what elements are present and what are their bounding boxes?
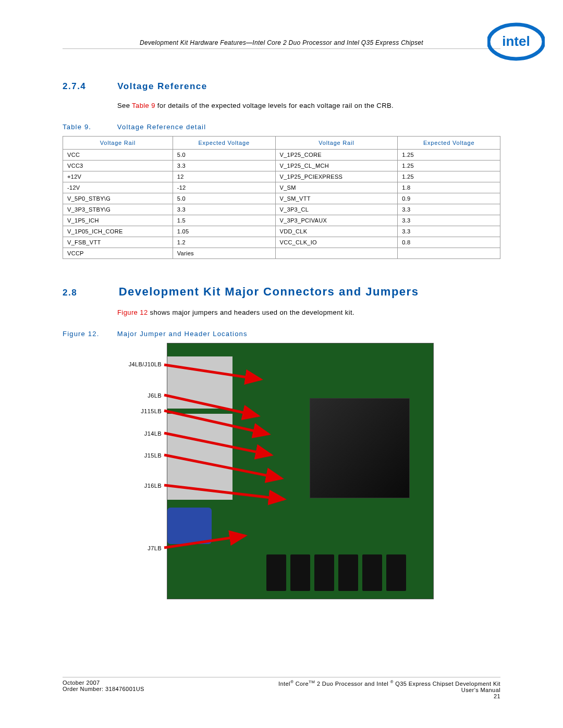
table-cell: 0.9 [398, 193, 500, 204]
table-cell: VCC [63, 150, 173, 161]
table-cell: VCC3 [63, 161, 173, 171]
jumper-label: J14LB [107, 430, 162, 437]
jumper-label: J7LB [107, 545, 162, 551]
sata-port [338, 554, 358, 591]
table-cell: V_3P3_CL [275, 204, 398, 215]
table-row: V_FSB_VTT1.2VCC_CLK_IO0.8 [63, 237, 500, 248]
sata-port [266, 554, 286, 591]
table-cell: V_1P5_ICH [63, 215, 173, 226]
table-cell: 1.05 [173, 226, 275, 237]
table-row: VCC33.3V_1P25_CL_MCH1.25 [63, 161, 500, 171]
table-cell: 1.25 [398, 171, 500, 182]
table-cell: 1.25 [398, 161, 500, 171]
table-cell: VCCP [63, 248, 173, 259]
table-cell: VDD_CLK [275, 226, 398, 237]
footer-page-number: 21 [278, 693, 500, 699]
jumper-label: J6LB [107, 392, 162, 399]
table-cell: 5.0 [173, 193, 275, 204]
intel-logo: intel [487, 21, 545, 63]
table-cell: 5.0 [173, 150, 275, 161]
table-cell: V_3P3_PCIVAUX [275, 215, 398, 226]
jumper-label: J115LB [107, 408, 162, 414]
jumper-label: J4LB/J10LB [107, 361, 162, 367]
section-title: Development Kit Major Connectors and Jum… [119, 285, 419, 298]
section-number: 2.7.4 [63, 81, 115, 92]
table-header: Expected Voltage [173, 137, 275, 150]
table-cell: 3.3 [398, 204, 500, 215]
table-row: +12V12V_1P25_PCIEXPRESS1.25 [63, 171, 500, 182]
table-cell: V_1P25_CORE [275, 150, 398, 161]
sata-port [290, 554, 310, 591]
section-274-text: See Table 9 for details of the expected … [117, 101, 500, 110]
figure-12-link[interactable]: Figure 12 [117, 309, 148, 316]
table-cell: 3.3 [173, 161, 275, 171]
table-cell: V_3P3_STBY\G [63, 204, 173, 215]
table-cell [275, 248, 398, 259]
table-row: V_1P05_ICH_CORE1.05VDD_CLK3.3 [63, 226, 500, 237]
sata-port [314, 554, 334, 591]
voltage-reference-table: Voltage RailExpected VoltageVoltage Rail… [63, 136, 500, 259]
table-cell: 3.3 [398, 226, 500, 237]
table-cell: V_1P05_ICH_CORE [63, 226, 173, 237]
table-9-link[interactable]: Table 9 [132, 102, 155, 109]
page-footer: October 2007 Order Number: 318476001US I… [63, 677, 500, 699]
table-row: VCCPVaries [63, 248, 500, 259]
table-cell: V_1P25_PCIEXPRESS [275, 171, 398, 182]
table-cell: V_1P25_CL_MCH [275, 161, 398, 171]
section-title: Voltage Reference [117, 81, 207, 91]
table-9-caption: Table 9. Voltage Reference detail [63, 123, 500, 131]
table-cell: V_SM_VTT [275, 193, 398, 204]
sata-port [386, 554, 406, 591]
table-header: Voltage Rail [275, 137, 398, 150]
table-cell: 1.2 [173, 237, 275, 248]
table-row: V_1P5_ICH1.5V_3P3_PCIVAUX3.3 [63, 215, 500, 226]
table-cell: -12 [173, 182, 275, 193]
footer-date: October 2007 [63, 680, 144, 686]
footer-doc-type: User's Manual [278, 687, 500, 693]
section-28-text: Figure 12 shows major jumpers and header… [117, 308, 500, 317]
footer-product: Intel® CoreTM 2 Duo Processor and Intel … [278, 680, 500, 687]
table-cell: V_5P0_STBY\G [63, 193, 173, 204]
svg-text:intel: intel [502, 33, 530, 49]
jumper-label: J15LB [107, 452, 162, 459]
table-cell: V_FSB_VTT [63, 237, 173, 248]
chipset-die [310, 398, 410, 498]
table-header: Expected Voltage [398, 137, 500, 150]
section-number: 2.8 [63, 288, 115, 298]
pcb-board [167, 343, 434, 599]
running-header: Development Kit Hardware Features—Intel … [63, 39, 500, 49]
footer-order-number: Order Number: 318476001US [63, 686, 144, 692]
table-row: V_5P0_STBY\G5.0V_SM_VTT0.9 [63, 193, 500, 204]
table-cell: 1.25 [398, 150, 500, 161]
io-shield-block [167, 414, 232, 500]
table-row: V_3P3_STBY\G3.3V_3P3_CL3.3 [63, 204, 500, 215]
table-cell [398, 248, 500, 259]
table-row: VCC5.0V_1P25_CORE1.25 [63, 150, 500, 161]
table-cell: 1.5 [173, 215, 275, 226]
table-cell: V_SM [275, 182, 398, 193]
jumper-label: J16LB [107, 483, 162, 489]
table-cell: -12V [63, 182, 173, 193]
io-shield-block [167, 356, 232, 409]
table-cell: 12 [173, 171, 275, 182]
table-cell: 1.8 [398, 182, 500, 193]
table-row: -12V-12V_SM1.8 [63, 182, 500, 193]
table-cell: +12V [63, 171, 173, 182]
table-cell: 0.8 [398, 237, 500, 248]
sata-port [362, 554, 382, 591]
table-cell: 3.3 [173, 204, 275, 215]
vga-connector [167, 508, 212, 544]
figure-12-caption: Figure 12. Major Jumper and Header Locat… [63, 330, 500, 338]
table-header: Voltage Rail [63, 137, 173, 150]
table-cell: VCC_CLK_IO [275, 237, 398, 248]
table-cell: Varies [173, 248, 275, 259]
table-cell: 3.3 [398, 215, 500, 226]
figure-12-image: J4LB/J10LB J6LB J115LB J14LB J15LB J16LB… [107, 343, 446, 598]
